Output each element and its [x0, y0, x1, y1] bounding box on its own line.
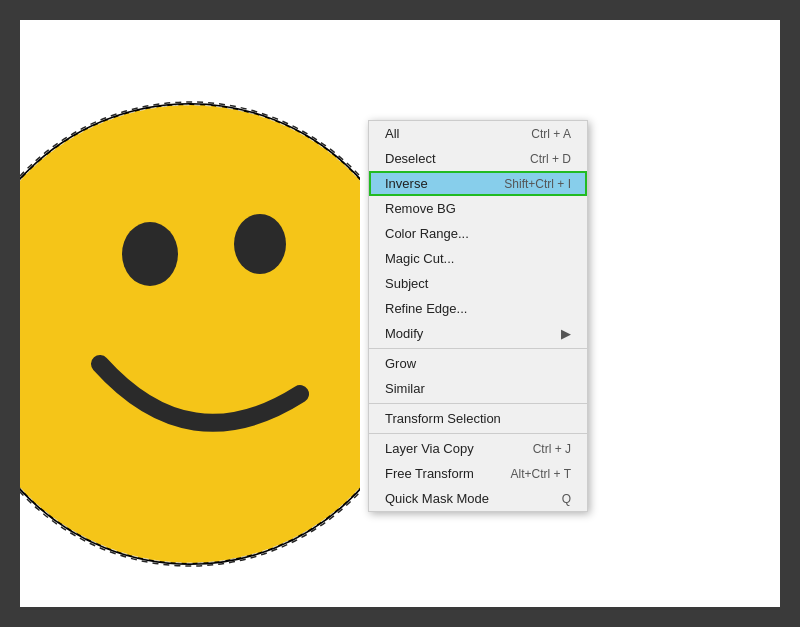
menu-label-remove-bg: Remove BG	[385, 201, 456, 216]
menu-item-quick-mask-mode[interactable]: Quick Mask Mode Q	[369, 486, 587, 511]
separator-after-transform	[369, 433, 587, 434]
menu-label-similar: Similar	[385, 381, 425, 396]
menu-label-modify: Modify	[385, 326, 423, 341]
menu-item-color-range[interactable]: Color Range...	[369, 221, 587, 246]
menu-label-all: All	[385, 126, 399, 141]
svg-point-1	[122, 222, 178, 286]
separator-after-modify	[369, 348, 587, 349]
svg-point-0	[20, 104, 360, 564]
menu-label-free-transform: Free Transform	[385, 466, 474, 481]
menu-shortcut-layer-via-copy: Ctrl + J	[533, 442, 571, 456]
menu-item-free-transform[interactable]: Free Transform Alt+Ctrl + T	[369, 461, 587, 486]
menu-shortcut-inverse: Shift+Ctrl + I	[504, 177, 571, 191]
menu-shortcut-quick-mask-mode: Q	[562, 492, 571, 506]
menu-label-deselect: Deselect	[385, 151, 436, 166]
menu-label-refine-edge: Refine Edge...	[385, 301, 467, 316]
menu-item-subject[interactable]: Subject	[369, 271, 587, 296]
smiley-face	[20, 34, 360, 594]
modify-arrow-icon: ▶	[561, 326, 571, 341]
menu-item-deselect[interactable]: Deselect Ctrl + D	[369, 146, 587, 171]
menu-item-refine-edge[interactable]: Refine Edge...	[369, 296, 587, 321]
menu-item-grow[interactable]: Grow	[369, 351, 587, 376]
menu-item-remove-bg[interactable]: Remove BG	[369, 196, 587, 221]
context-menu: All Ctrl + A Deselect Ctrl + D Inverse S…	[368, 120, 588, 512]
menu-label-magic-cut: Magic Cut...	[385, 251, 454, 266]
menu-item-all[interactable]: All Ctrl + A	[369, 121, 587, 146]
menu-label-color-range: Color Range...	[385, 226, 469, 241]
menu-label-layer-via-copy: Layer Via Copy	[385, 441, 474, 456]
menu-item-layer-via-copy[interactable]: Layer Via Copy Ctrl + J	[369, 436, 587, 461]
menu-label-subject: Subject	[385, 276, 428, 291]
menu-label-grow: Grow	[385, 356, 416, 371]
menu-label-transform-selection: Transform Selection	[385, 411, 501, 426]
menu-item-modify[interactable]: Modify ▶	[369, 321, 587, 346]
menu-item-magic-cut[interactable]: Magic Cut...	[369, 246, 587, 271]
menu-shortcut-all: Ctrl + A	[531, 127, 571, 141]
menu-label-inverse: Inverse	[385, 176, 428, 191]
menu-item-inverse[interactable]: Inverse Shift+Ctrl + I	[369, 171, 587, 196]
menu-shortcut-deselect: Ctrl + D	[530, 152, 571, 166]
menu-shortcut-free-transform: Alt+Ctrl + T	[511, 467, 571, 481]
separator-after-similar	[369, 403, 587, 404]
menu-item-transform-selection[interactable]: Transform Selection	[369, 406, 587, 431]
canvas: All Ctrl + A Deselect Ctrl + D Inverse S…	[20, 20, 780, 607]
menu-label-quick-mask-mode: Quick Mask Mode	[385, 491, 489, 506]
menu-item-similar[interactable]: Similar	[369, 376, 587, 401]
svg-point-2	[234, 214, 286, 274]
